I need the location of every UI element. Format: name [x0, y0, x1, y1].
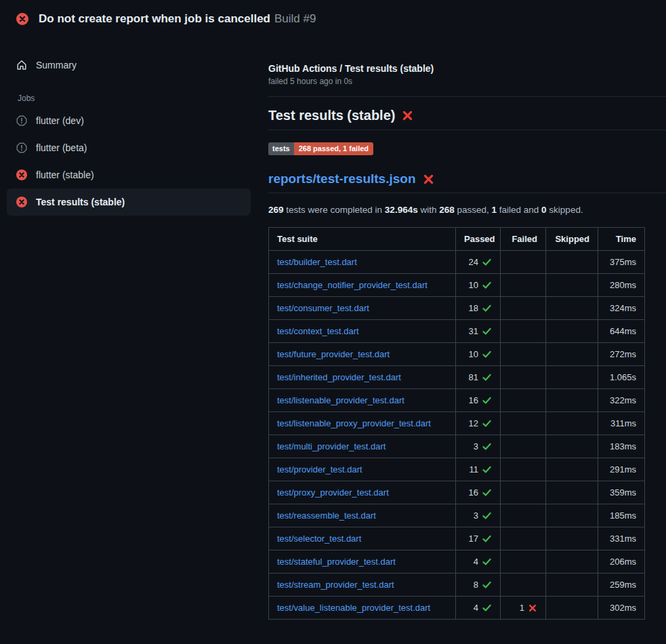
test-suite-cell: test/listenable_provider_test.dart: [269, 389, 456, 412]
time-cell: 291ms: [598, 458, 645, 481]
table-row: test/proxy_provider_test.dart16359ms: [269, 481, 645, 504]
check-icon: [482, 464, 492, 475]
summary-number: 0: [541, 205, 547, 215]
check-icon: [482, 534, 492, 544]
time-cell: 311ms: [598, 412, 645, 435]
skipped-cell: [546, 573, 598, 597]
check-icon: [482, 510, 492, 521]
time-cell: 280ms: [598, 274, 645, 297]
passed-count: 10: [469, 280, 478, 290]
test-suite-link[interactable]: test/inherited_provider_test.dart: [277, 372, 401, 382]
test-suite-link[interactable]: test/context_test.dart: [277, 326, 359, 336]
run-status-line: failed 5 hours ago in 0s: [268, 77, 666, 86]
test-suite-link[interactable]: test/listenable_provider_test.dart: [277, 395, 404, 405]
table-row: test/selector_test.dart17331ms: [269, 527, 645, 550]
table-row: test/multi_provider_test.dart3183ms: [269, 435, 645, 458]
skipped-cell: [546, 435, 598, 458]
summary-number: 269: [268, 205, 284, 215]
failed-cell: [501, 389, 546, 412]
test-suite-cell: test/change_notifier_provider_test.dart: [269, 274, 456, 297]
sidebar-item-flutter-dev[interactable]: flutter (dev): [7, 107, 251, 134]
summary-number: 32.964s: [385, 205, 418, 215]
failed-cell: [501, 366, 546, 389]
test-suite-link[interactable]: test/multi_provider_test.dart: [277, 441, 386, 451]
passed-cell: 8: [456, 573, 501, 597]
test-suite-link[interactable]: test/future_provider_test.dart: [277, 349, 390, 359]
table-row: test/stream_provider_test.dart8259ms: [269, 573, 645, 597]
cross-mark-icon: [423, 174, 434, 185]
check-icon: [482, 441, 492, 451]
summary-fragment: failed and: [497, 205, 541, 215]
test-suite-link[interactable]: test/consumer_test.dart: [277, 303, 369, 313]
table-row: test/listenable_provider_test.dart16322m…: [269, 389, 645, 412]
test-suite-link[interactable]: test/stream_provider_test.dart: [277, 580, 394, 590]
passed-cell: 3: [456, 504, 501, 527]
passed-count: 12: [469, 418, 478, 428]
report-file-link[interactable]: reports/test-results.json: [268, 172, 416, 186]
table-row: test/change_notifier_provider_test.dart1…: [269, 274, 645, 297]
job-label: Test results (stable): [36, 197, 125, 207]
passed-count: 81: [469, 372, 478, 382]
sidebar: Summary Jobs flutter (dev) flutter (beta…: [0, 38, 257, 216]
test-suite-cell: test/listenable_proxy_provider_test.dart: [269, 412, 456, 435]
sidebar-item-test-results-stable[interactable]: Test results (stable): [7, 188, 251, 216]
summary-fragment: passed,: [455, 205, 492, 215]
failed-cell: [501, 435, 546, 458]
passed-count: 31: [469, 326, 478, 336]
skipped-cell: [546, 481, 598, 504]
test-suite-link[interactable]: test/value_listenable_provider_test.dart: [277, 603, 430, 613]
failed-cell: 1: [501, 597, 546, 620]
passed-count: 17: [469, 534, 478, 544]
passed-cell: 18: [456, 297, 501, 320]
passed-cell: 3: [456, 435, 501, 458]
test-suite-link[interactable]: test/builder_test.dart: [277, 257, 357, 267]
summary-number: 1: [492, 205, 497, 215]
failed-cell: [501, 320, 546, 343]
test-suite-link[interactable]: test/provider_test.dart: [277, 464, 362, 475]
test-suite-link[interactable]: test/reassemble_test.dart: [277, 510, 376, 521]
test-suite-link[interactable]: test/stateful_provider_test.dart: [277, 557, 396, 567]
check-icon: [482, 257, 492, 267]
failed-cell: [501, 251, 546, 274]
check-icon: [482, 580, 492, 590]
table-header-row: Test suite Passed Failed Skipped Time: [269, 228, 645, 251]
table-row: test/stateful_provider_test.dart4206ms: [269, 550, 645, 573]
test-suite-cell: test/value_listenable_provider_test.dart: [269, 597, 456, 620]
sidebar-item-flutter-beta[interactable]: flutter (beta): [7, 134, 251, 161]
page-header: Do not create report when job is cancell…: [0, 0, 666, 38]
tests-status-badge: tests 268 passed, 1 failed: [268, 142, 373, 155]
skipped-cell: [546, 550, 598, 573]
test-suite-link[interactable]: test/change_notifier_provider_test.dart: [277, 280, 428, 290]
passed-count: 4: [474, 557, 478, 567]
passed-cell: 10: [456, 274, 501, 297]
passed-cell: 16: [456, 481, 501, 504]
time-cell: 1.065s: [598, 366, 645, 389]
check-icon: [482, 349, 492, 359]
skipped-cell: [546, 412, 598, 435]
passed-count: 11: [470, 464, 479, 475]
main-content: GitHub Actions / Test results (stable) f…: [257, 38, 666, 620]
test-suite-cell: test/consumer_test.dart: [269, 297, 456, 320]
passed-count: 10: [469, 349, 478, 359]
time-cell: 322ms: [598, 389, 645, 412]
stop-octagon-icon: [16, 142, 27, 153]
passed-count: 18: [469, 303, 478, 313]
test-suite-link[interactable]: test/selector_test.dart: [277, 534, 361, 544]
passed-count: 24: [469, 257, 478, 267]
skipped-cell: [546, 458, 598, 481]
job-label: flutter (stable): [36, 169, 94, 180]
time-cell: 206ms: [598, 550, 645, 573]
summary-text: 269 tests were completed in 32.964s with…: [268, 205, 666, 215]
test-suite-cell: test/stateful_provider_test.dart: [269, 550, 456, 573]
check-icon: [482, 395, 492, 405]
build-number: Build #9: [274, 12, 316, 25]
section-title-text: Test results (stable): [268, 108, 395, 123]
test-suite-link[interactable]: test/proxy_provider_test.dart: [277, 487, 389, 498]
sidebar-item-flutter-stable[interactable]: flutter (stable): [7, 161, 251, 188]
passed-cell: 31: [456, 320, 501, 343]
test-suite-cell: test/inherited_provider_test.dart: [269, 366, 456, 389]
skipped-cell: [546, 504, 598, 527]
test-suite-link[interactable]: test/listenable_proxy_provider_test.dart: [277, 418, 431, 428]
badge-value: 268 passed, 1 failed: [294, 142, 373, 155]
sidebar-item-summary[interactable]: Summary: [16, 53, 241, 77]
